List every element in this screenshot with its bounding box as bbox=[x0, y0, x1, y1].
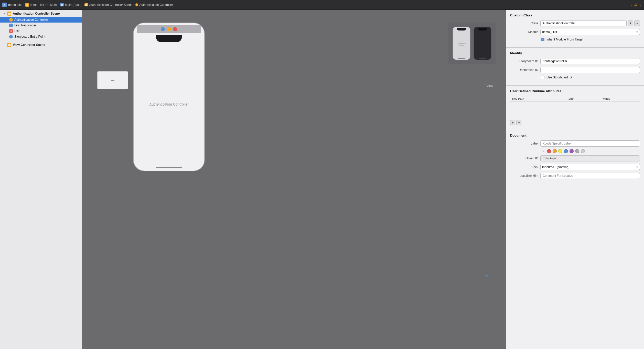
view-scene-group: › ▦ View Controller Scene bbox=[0, 40, 82, 49]
iphone-notch bbox=[156, 35, 182, 42]
breadcrumb-item-2[interactable]: 📁 demo-uikit bbox=[25, 3, 44, 7]
remove-attribute-button[interactable]: − bbox=[516, 120, 521, 125]
object-id-value: nxb-iA-gng bbox=[540, 155, 640, 161]
class-menu-btn[interactable]: ▼ bbox=[634, 20, 640, 26]
custom-class-title: Custom Class bbox=[510, 13, 640, 17]
controller-icon: ● bbox=[135, 3, 138, 6]
main-layout: ▼ ▦ Authentication Controller Scene Auth… bbox=[0, 10, 644, 349]
key-path-header: Key Path bbox=[510, 96, 565, 101]
module-label: Module bbox=[510, 30, 538, 34]
breadcrumb-label-4: Main (Base) bbox=[65, 3, 82, 7]
class-label: Class bbox=[510, 22, 538, 25]
auth-scene-children: Authentication Controller 1 First Respon… bbox=[0, 17, 82, 39]
module-select[interactable]: demo_uikit bbox=[540, 29, 640, 35]
lock-row: Lock Inherited - (Nothing) ▼ bbox=[510, 164, 640, 170]
class-row: Class ℹ ▼ bbox=[510, 20, 640, 26]
breadcrumb-label-3: Main bbox=[50, 3, 57, 7]
nav-forward-button[interactable]: › bbox=[639, 2, 642, 7]
class-info-btn[interactable]: ℹ bbox=[628, 20, 633, 26]
restoration-id-input[interactable] bbox=[540, 67, 640, 73]
breadcrumb-separator: › bbox=[23, 3, 24, 6]
localizer-hint-row: Localizer Hint bbox=[510, 173, 640, 179]
thumb-text-light: AuthenticationController bbox=[457, 43, 466, 46]
right-panel: Custom Class Class ℹ ▼ Module demo_uikit… bbox=[506, 10, 644, 349]
use-storyboard-id-row: Use Storyboard ID bbox=[510, 76, 640, 79]
class-input[interactable] bbox=[540, 20, 627, 26]
svg-text:A: A bbox=[3, 3, 5, 6]
inherit-checkbox[interactable]: ✓ bbox=[541, 38, 544, 41]
iphone-label: Authentication Controller bbox=[149, 102, 188, 107]
view-canvas-label: View bbox=[486, 84, 493, 88]
add-attribute-button[interactable]: + bbox=[510, 120, 515, 125]
storyboard-id-row: Storyboard ID bbox=[510, 58, 640, 64]
breadcrumb-label-5: Authentication Controller Scene bbox=[89, 3, 133, 7]
auth-scene-group-header[interactable]: ▼ ▦ Authentication Controller Scene bbox=[0, 10, 82, 17]
storyboard-arrow-icon: → bbox=[9, 35, 13, 38]
restoration-id-label: Restoration ID bbox=[510, 68, 538, 72]
inherit-label: Inherit Module From Target bbox=[546, 38, 583, 41]
class-input-group: ℹ ▼ bbox=[540, 20, 640, 26]
view-scene-group-header[interactable]: › ▦ View Controller Scene bbox=[0, 42, 82, 48]
add-remove-row: + − bbox=[510, 119, 640, 126]
thumbnail-container: AuthenticationController bbox=[448, 23, 496, 64]
use-storyboard-checkbox[interactable] bbox=[541, 76, 544, 79]
color-yellow[interactable] bbox=[558, 149, 562, 153]
type-header: Type bbox=[565, 96, 601, 101]
breadcrumb-item-3[interactable]: ✕ Main bbox=[47, 3, 57, 7]
x-icon: ✕ bbox=[47, 3, 49, 6]
color-orange[interactable] bbox=[553, 149, 557, 153]
inherit-module-row: ✓ Inherit Module From Target bbox=[510, 38, 640, 41]
toolbar-btn-orange[interactable] bbox=[167, 27, 171, 31]
localizer-hint-input[interactable] bbox=[540, 173, 640, 179]
file-icon: ▦ bbox=[60, 3, 64, 6]
color-gray[interactable] bbox=[575, 149, 579, 153]
auth-scene-group: ▼ ▦ Authentication Controller Scene Auth… bbox=[0, 10, 82, 40]
identity-section: Identity Storyboard ID Restoration ID Us… bbox=[506, 48, 644, 86]
storyboard-entry-label: Storyboard Entry Point bbox=[14, 35, 45, 38]
color-blue[interactable] bbox=[564, 149, 568, 153]
storyboard-entry-item[interactable]: → Storyboard Entry Point bbox=[0, 34, 82, 39]
thumb-notch-light bbox=[457, 28, 466, 30]
restoration-id-row: Restoration ID bbox=[510, 67, 640, 73]
color-light-gray[interactable] bbox=[581, 149, 585, 153]
doc-label-input[interactable] bbox=[540, 140, 640, 147]
breadcrumb: demo-uikit › 📁 demo-uikit › ✕ Main › ▦ M… bbox=[8, 3, 173, 7]
breadcrumb-item-6[interactable]: ● Authentication Controller bbox=[135, 3, 173, 7]
view-scene-label: View Controller Scene bbox=[13, 43, 45, 47]
user-defined-title: User Defined Runtime Attributes bbox=[510, 89, 640, 93]
exit-item[interactable]: ✕ Exit bbox=[0, 28, 82, 34]
custom-class-section: Custom Class Class ℹ ▼ Module demo_uikit… bbox=[506, 10, 644, 48]
storyboard-entry-arrow: → bbox=[97, 71, 128, 89]
view-scene-icon: ▦ bbox=[7, 43, 11, 47]
attributes-empty-row bbox=[510, 101, 640, 117]
color-clear-button[interactable]: ✕ bbox=[541, 149, 545, 153]
iphone-mockup: Authentication Controller bbox=[133, 23, 205, 171]
color-red[interactable] bbox=[547, 149, 551, 153]
breadcrumb-item-4[interactable]: ▦ Main (Base) bbox=[60, 3, 82, 7]
breadcrumb-item-5[interactable]: ▦ Authentication Controller Scene bbox=[84, 3, 133, 7]
lock-select[interactable]: Inherited - (Nothing) bbox=[540, 164, 640, 170]
iphone-toolbar bbox=[137, 25, 201, 33]
orange-circle-icon bbox=[9, 18, 13, 22]
scene-navigator: ▼ ▦ Authentication Controller Scene Auth… bbox=[0, 10, 82, 349]
exit-icon: ✕ bbox=[9, 29, 13, 33]
breadcrumb-item[interactable]: demo-uikit bbox=[8, 3, 22, 7]
breadcrumb-label-2: demo-uikit bbox=[30, 3, 44, 7]
breadcrumb-separator-2: › bbox=[45, 3, 46, 6]
user-defined-section: User Defined Runtime Attributes Key Path… bbox=[506, 86, 644, 130]
auth-controller-item[interactable]: Authentication Controller bbox=[0, 17, 82, 23]
color-purple[interactable] bbox=[570, 149, 574, 153]
log-canvas-label: Lo... bbox=[485, 274, 490, 277]
color-dots: ✕ bbox=[540, 149, 585, 153]
toolbar-btn-blue[interactable] bbox=[161, 27, 165, 31]
first-responder-item[interactable]: 1 First Responder bbox=[0, 23, 82, 28]
use-storyboard-label: Use Storyboard ID bbox=[546, 76, 572, 79]
center-canvas[interactable]: → Authentication Controller bbox=[82, 10, 506, 349]
value-header: Value bbox=[601, 96, 640, 101]
storyboard-id-label: Storyboard ID bbox=[510, 59, 538, 63]
toolbar-btn-red[interactable] bbox=[173, 27, 177, 31]
storyboard-id-input[interactable] bbox=[540, 58, 640, 64]
auth-controller-label: Authentication Controller bbox=[14, 18, 48, 22]
nav-back-button[interactable]: ‹ bbox=[630, 2, 634, 7]
lock-label: Lock bbox=[510, 165, 538, 169]
